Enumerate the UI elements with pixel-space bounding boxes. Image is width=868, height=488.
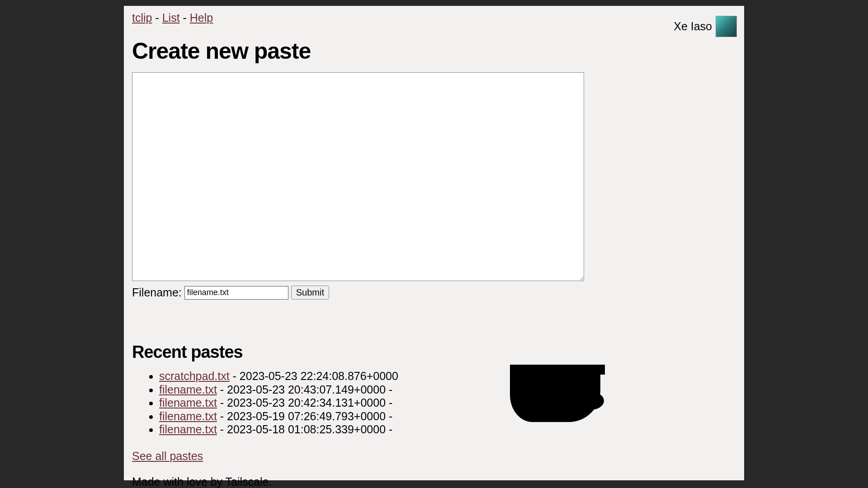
page-container: tclip - List - Help Xe Iaso Create new p… (124, 6, 744, 480)
paste-link[interactable]: filename.txt (159, 423, 217, 436)
filename-input[interactable] (184, 286, 288, 300)
nav-list-link[interactable]: List (162, 11, 180, 24)
recent-pastes-list: scratchpad.txt - 2023-05-23 22:24:08.876… (159, 370, 736, 436)
paste-link[interactable]: scratchpad.txt (159, 370, 230, 382)
user-area: Xe Iaso (674, 16, 737, 37)
paste-link[interactable]: filename.txt (159, 410, 217, 422)
paste-link[interactable]: filename.txt (159, 383, 217, 396)
nav-sep: - (152, 11, 162, 24)
list-item: filename.txt - 2023-05-23 20:43:07.149+0… (159, 384, 736, 396)
avatar[interactable] (716, 16, 737, 37)
nav-sep: - (180, 11, 190, 24)
submit-button[interactable]: Submit (291, 286, 329, 300)
nav-help-link[interactable]: Help (190, 11, 213, 24)
paste-timestamp: 2023-05-18 01:08:25.339+0000 (227, 423, 386, 436)
username-label: Xe Iaso (674, 20, 712, 33)
paste-timestamp: 2023-05-23 22:24:08.876+0000 (240, 370, 398, 382)
top-bar: tclip - List - Help (132, 11, 736, 24)
paste-timestamp: 2023-05-23 20:43:07.149+0000 (227, 383, 386, 396)
paste-content-textarea[interactable] (132, 72, 584, 281)
page-title: Create new paste (132, 38, 736, 64)
list-item: filename.txt - 2023-05-19 07:26:49.793+0… (159, 410, 736, 423)
paste-link[interactable]: filename.txt (159, 396, 217, 409)
see-all-pastes-link[interactable]: See all pastes (132, 450, 203, 463)
list-item: scratchpad.txt - 2023-05-23 22:24:08.876… (159, 370, 736, 383)
nav-links: tclip - List - Help (132, 11, 213, 24)
filename-row: Filename: Submit (132, 286, 736, 300)
paste-timestamp: 2023-05-23 20:42:34.131+0000 (227, 396, 386, 409)
nav-tclip-link[interactable]: tclip (132, 11, 152, 24)
list-item: filename.txt - 2023-05-18 01:08:25.339+0… (159, 423, 736, 436)
filename-label: Filename: (132, 286, 182, 299)
recent-heading: Recent pastes (132, 343, 736, 362)
footer-text: Made with love by Tailscale. (132, 475, 736, 488)
list-item: filename.txt - 2023-05-23 20:42:34.131+0… (159, 397, 736, 409)
paste-timestamp: 2023-05-19 07:26:49.793+0000 (227, 410, 386, 422)
